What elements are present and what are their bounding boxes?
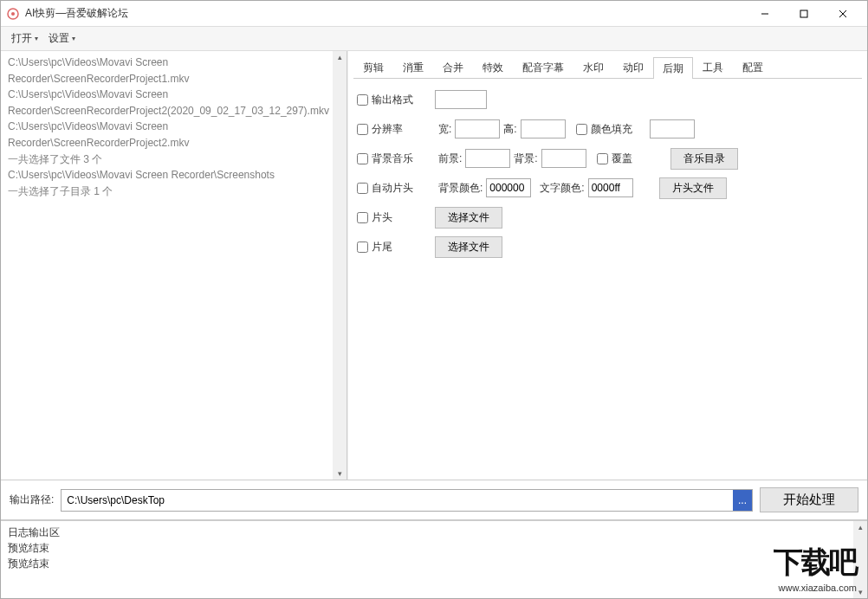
menu-open-label: 打开 bbox=[11, 31, 32, 46]
log-line: 预览结束 bbox=[8, 540, 846, 556]
file-list-scrollbar[interactable]: ▴ ▾ bbox=[333, 51, 347, 480]
log-line: 日志输出区 bbox=[8, 525, 846, 540]
chevron-down-icon: ▾ bbox=[35, 35, 38, 42]
minimize-button[interactable] bbox=[745, 2, 784, 26]
settings-pane: 剪辑消重合并特效配音字幕水印动印后期工具配置 输出格式 分辨率 bbox=[347, 51, 867, 480]
tab-5[interactable]: 水印 bbox=[573, 56, 613, 78]
svg-rect-3 bbox=[800, 10, 807, 17]
browse-button[interactable]: ... bbox=[733, 490, 752, 511]
chevron-down-icon: ▾ bbox=[72, 35, 75, 42]
tab-3[interactable]: 特效 bbox=[473, 56, 513, 78]
menu-settings[interactable]: 设置 ▾ bbox=[43, 28, 81, 49]
maximize-button[interactable] bbox=[784, 2, 823, 26]
output-row: 输出路径: ... 开始处理 bbox=[1, 480, 867, 520]
intro-choose-button[interactable]: 选择文件 bbox=[435, 207, 502, 229]
bg-input[interactable] bbox=[541, 149, 586, 168]
tab-4[interactable]: 配音字幕 bbox=[513, 56, 573, 78]
content-area: C:\Users\pc\Videos\Movavi Screen Recorde… bbox=[1, 51, 867, 598]
overwrite-check[interactable] bbox=[597, 153, 608, 164]
bgcolor-input[interactable] bbox=[486, 178, 531, 197]
output-path-box: ... bbox=[61, 489, 753, 512]
auto-intro-label: 自动片头 bbox=[372, 181, 413, 196]
resolution-check[interactable] bbox=[357, 124, 368, 135]
scroll-down-icon: ▾ bbox=[858, 586, 863, 598]
close-button[interactable] bbox=[823, 2, 862, 26]
outro-check[interactable] bbox=[357, 242, 368, 253]
bg-music-checkbox[interactable]: 背景音乐 bbox=[357, 151, 435, 166]
window-buttons bbox=[745, 2, 862, 26]
auto-intro-checkbox[interactable]: 自动片头 bbox=[357, 181, 435, 196]
color-fill-checkbox[interactable]: 颜色填充 bbox=[576, 122, 632, 137]
intro-check[interactable] bbox=[357, 212, 368, 223]
bg-music-check[interactable] bbox=[357, 153, 368, 164]
output-format-checkbox[interactable]: 输出格式 bbox=[357, 93, 435, 107]
intro-checkbox[interactable]: 片头 bbox=[357, 210, 435, 225]
auto-intro-check[interactable] bbox=[357, 183, 368, 194]
tab-8[interactable]: 工具 bbox=[693, 56, 733, 78]
outro-choose-button[interactable]: 选择文件 bbox=[435, 236, 502, 258]
app-icon bbox=[6, 7, 20, 21]
tab-6[interactable]: 动印 bbox=[613, 56, 653, 78]
file-list-line: C:\Users\pc\Videos\Movavi Screen Recorde… bbox=[8, 55, 326, 87]
textcolor-label: 文字颜色: bbox=[540, 181, 584, 196]
intro-file-button[interactable]: 片头文件 bbox=[659, 177, 727, 199]
file-list[interactable]: C:\Users\pc\Videos\Movavi Screen Recorde… bbox=[1, 51, 333, 480]
bg-label: 背景: bbox=[514, 151, 537, 166]
width-input[interactable] bbox=[455, 119, 500, 138]
tab-0[interactable]: 剪辑 bbox=[353, 56, 393, 78]
intro-label: 片头 bbox=[372, 210, 392, 225]
resolution-label: 分辨率 bbox=[372, 122, 403, 137]
row-resolution: 分辨率 宽: 高: 颜色填充 bbox=[357, 119, 858, 139]
menu-settings-label: 设置 bbox=[49, 31, 69, 46]
fg-label: 前景: bbox=[438, 151, 462, 166]
tabs: 剪辑消重合并特效配音字幕水印动印后期工具配置 bbox=[353, 56, 862, 79]
resolution-checkbox[interactable]: 分辨率 bbox=[357, 122, 435, 137]
svg-point-1 bbox=[11, 12, 15, 16]
titlebar: AI快剪—吾爱破解论坛 bbox=[1, 1, 867, 27]
fg-input[interactable] bbox=[465, 149, 510, 168]
log-scrollbar[interactable]: ▴ ▾ bbox=[853, 521, 867, 598]
file-list-line: C:\Users\pc\Videos\Movavi Screen Recorde… bbox=[8, 167, 326, 184]
output-path-label: 输出路径: bbox=[10, 493, 54, 507]
file-list-line: C:\Users\pc\Videos\Movavi Screen Recorde… bbox=[8, 87, 326, 119]
menubar: 打开 ▾ 设置 ▾ bbox=[1, 27, 867, 51]
row-output-format: 输出格式 bbox=[357, 89, 858, 110]
overwrite-checkbox[interactable]: 覆盖 bbox=[597, 151, 632, 166]
tab-1[interactable]: 消重 bbox=[393, 56, 433, 78]
file-list-pane: C:\Users\pc\Videos\Movavi Screen Recorde… bbox=[1, 51, 347, 480]
log-text[interactable]: 日志输出区预览结束预览结束 bbox=[1, 521, 853, 598]
log-line: 预览结束 bbox=[8, 556, 846, 571]
row-bg-music: 背景音乐 前景: 背景: 覆盖 音乐目录 bbox=[357, 148, 858, 169]
start-process-button[interactable]: 开始处理 bbox=[760, 487, 858, 512]
file-list-line: 一共选择了子目录 1 个 bbox=[8, 184, 326, 200]
output-path-input[interactable] bbox=[62, 490, 733, 511]
output-format-label: 输出格式 bbox=[372, 93, 413, 107]
log-area: 日志输出区预览结束预览结束 ▴ ▾ 下载吧 www.xiazaiba.com bbox=[1, 520, 867, 598]
output-format-check[interactable] bbox=[357, 94, 368, 106]
row-intro: 片头 选择文件 bbox=[357, 207, 858, 228]
width-label: 宽: bbox=[438, 122, 451, 137]
output-format-input[interactable] bbox=[435, 90, 487, 109]
upper-split: C:\Users\pc\Videos\Movavi Screen Recorde… bbox=[1, 51, 867, 480]
tab-7[interactable]: 后期 bbox=[653, 57, 693, 79]
music-dir-button[interactable]: 音乐目录 bbox=[670, 148, 738, 170]
overwrite-label: 覆盖 bbox=[612, 151, 632, 166]
outro-checkbox[interactable]: 片尾 bbox=[357, 240, 435, 254]
height-label: 高: bbox=[503, 122, 516, 137]
textcolor-input[interactable] bbox=[588, 178, 633, 197]
color-fill-input[interactable] bbox=[650, 119, 695, 138]
scroll-up-icon: ▴ bbox=[338, 51, 342, 63]
menu-open[interactable]: 打开 ▾ bbox=[6, 28, 43, 49]
row-outro: 片尾 选择文件 bbox=[357, 236, 858, 257]
outro-label: 片尾 bbox=[372, 240, 392, 254]
row-auto-intro: 自动片头 背景颜色: 文字颜色: 片头文件 bbox=[357, 177, 858, 198]
tab-body-postprocess: 输出格式 分辨率 宽: 高: bbox=[348, 79, 867, 480]
file-list-line: 一共选择了文件 3 个 bbox=[8, 151, 326, 168]
bgcolor-label: 背景颜色: bbox=[438, 181, 483, 196]
height-input[interactable] bbox=[521, 119, 566, 138]
app-window: AI快剪—吾爱破解论坛 打开 ▾ 设置 ▾ C:\Users\pc\Videos… bbox=[0, 0, 868, 599]
tab-9[interactable]: 配置 bbox=[733, 56, 773, 78]
scroll-up-icon: ▴ bbox=[858, 521, 863, 533]
color-fill-check[interactable] bbox=[576, 124, 587, 135]
tab-2[interactable]: 合并 bbox=[433, 56, 473, 78]
